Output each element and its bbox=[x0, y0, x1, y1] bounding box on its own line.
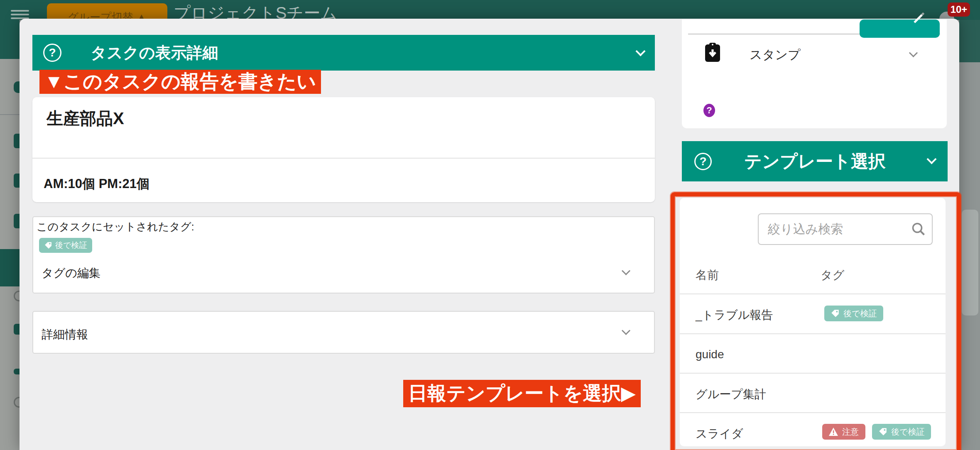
tag-icon bbox=[44, 242, 52, 249]
pencil-icon bbox=[912, 10, 927, 25]
help-icon[interactable]: ? bbox=[43, 44, 61, 62]
tag-label: 後で検証 bbox=[55, 240, 87, 251]
row-tag-chip-warning: 注意 bbox=[822, 424, 865, 440]
column-header-tag: タグ bbox=[821, 267, 844, 283]
save-report-button[interactable] bbox=[860, 20, 940, 38]
section-title: タスクの表示詳細 bbox=[91, 42, 218, 64]
search-icon bbox=[911, 222, 926, 237]
stamp-label: スタンプ bbox=[750, 46, 801, 64]
task-tag-chip[interactable]: 後で検証 bbox=[39, 238, 92, 253]
tags-card-label: このタスクにセットされたタグ: bbox=[37, 220, 194, 234]
template-row-name[interactable]: guide bbox=[696, 348, 724, 361]
column-header-name: 名前 bbox=[696, 267, 719, 283]
task-name: 生産部品X bbox=[47, 107, 124, 130]
chevron-down-icon[interactable] bbox=[622, 267, 630, 275]
template-row-name[interactable]: グループ集計 bbox=[696, 386, 766, 402]
warning-icon bbox=[829, 428, 838, 436]
details-card[interactable]: 詳細情報 bbox=[32, 311, 655, 354]
notification-badge[interactable]: 10+ bbox=[948, 2, 970, 17]
scrollbar-thumb[interactable] bbox=[962, 210, 978, 315]
row-tag-chip: 後で検証 bbox=[824, 306, 883, 321]
task-summary: AM:10個 PM:21個 bbox=[44, 175, 149, 193]
page-backdrop-teal bbox=[959, 20, 980, 62]
app-sidebar bbox=[0, 20, 20, 450]
section-title: テンプレート選択 bbox=[744, 150, 886, 173]
template-section-header[interactable]: ? テンプレート選択 bbox=[682, 141, 948, 181]
tag-icon bbox=[879, 428, 887, 436]
tag-label: 後で検証 bbox=[891, 426, 924, 438]
chevron-down-icon[interactable] bbox=[926, 154, 936, 164]
tags-card: このタスクにセットされたタグ: 後で検証 タグの編集 bbox=[32, 216, 655, 293]
row-tag-chip: 後で検証 bbox=[872, 424, 931, 440]
sidebar-divider bbox=[0, 114, 20, 115]
sidebar-top-block bbox=[0, 20, 20, 59]
template-row-name[interactable]: _トラブル報告 bbox=[696, 307, 773, 323]
edit-tags-label: タグの編集 bbox=[42, 265, 100, 281]
details-label: 詳細情報 bbox=[42, 327, 88, 342]
chevron-down-icon[interactable] bbox=[909, 49, 918, 57]
help-icon-purple[interactable]: ? bbox=[703, 104, 715, 117]
menu-icon[interactable] bbox=[11, 10, 29, 19]
chevron-down-icon[interactable] bbox=[635, 46, 645, 56]
task-card[interactable]: 生産部品X AM:10個 PM:21個 bbox=[32, 97, 655, 202]
template-row-name[interactable]: スライダ bbox=[696, 426, 743, 442]
annotation-select-template: 日報テンプレートを選択▶ bbox=[403, 380, 641, 407]
tag-icon bbox=[831, 309, 839, 318]
search-input[interactable] bbox=[758, 213, 933, 245]
help-icon[interactable]: ? bbox=[694, 153, 712, 170]
annotation-write-report: ▼このタスクの報告を書きたい bbox=[39, 70, 321, 94]
stamp-clipboard-icon bbox=[705, 43, 720, 62]
chevron-down-icon[interactable] bbox=[622, 326, 630, 335]
template-search[interactable] bbox=[758, 213, 933, 245]
tag-label: 注意 bbox=[842, 426, 859, 438]
tag-label: 後で検証 bbox=[843, 308, 877, 319]
sidebar-selected-item[interactable] bbox=[0, 249, 20, 286]
task-detail-section-header[interactable]: ? タスクの表示詳細 bbox=[32, 35, 655, 71]
